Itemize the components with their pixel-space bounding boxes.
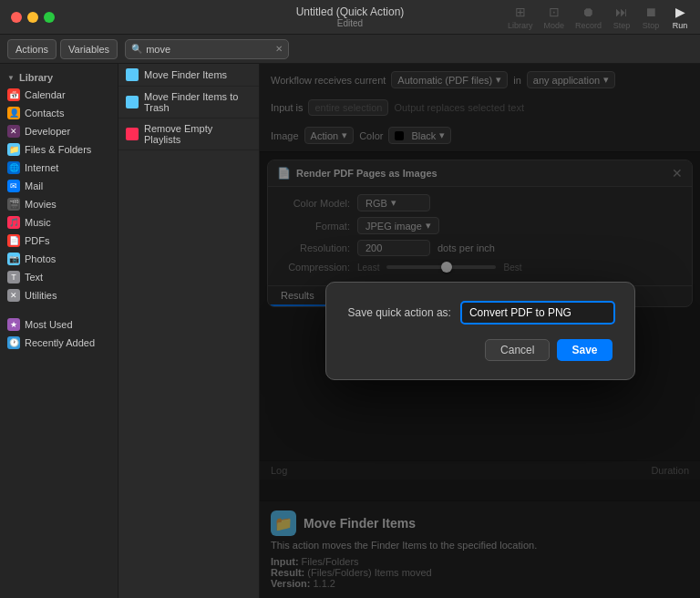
finder-icon — [126, 68, 139, 81]
sidebar-item-recently-added[interactable]: 🕐 Recently Added — [0, 334, 118, 352]
workflow-panel: Workflow receives current Automatic (PDF… — [260, 64, 700, 598]
main-layout: ▼ Library 📅 Calendar 👤 Contacts ✕ Develo… — [0, 64, 700, 598]
contacts-icon: 👤 — [7, 107, 20, 119]
maximize-button[interactable] — [44, 12, 55, 23]
calendar-icon: 📅 — [7, 88, 20, 101]
sidebar-item-internet[interactable]: 🌐 Internet — [0, 159, 118, 177]
mode-icon: ⊡ — [545, 5, 563, 19]
result-item-remove-playlists[interactable]: Remove Empty Playlists — [118, 119, 259, 150]
sidebar-section: ▼ Library 📅 Calendar 👤 Contacts ✕ Develo… — [0, 64, 118, 310]
step-button[interactable]: ⏭ Step — [612, 5, 631, 30]
save-dialog-buttons: Cancel Save — [348, 339, 612, 361]
result-item-move-finder[interactable]: Move Finder Items — [118, 64, 259, 87]
text-icon: T — [7, 271, 20, 284]
sidebar-item-calendar[interactable]: 📅 Calendar — [0, 86, 118, 104]
actions-button[interactable]: Actions — [7, 39, 57, 59]
movies-icon: 🎬 — [7, 198, 20, 211]
internet-icon: 🌐 — [7, 161, 20, 174]
mode-button[interactable]: ⊡ Mode — [543, 5, 564, 30]
traffic-lights — [11, 12, 55, 23]
save-dialog: Save quick action as: Cancel Save — [325, 282, 635, 380]
action-bar: Actions Variables 🔍 move ✕ — [0, 35, 700, 64]
variables-button[interactable]: Variables — [60, 39, 118, 59]
search-clear-icon[interactable]: ✕ — [275, 44, 283, 54]
stop-icon: ⏹ — [642, 5, 660, 19]
sidebar-item-mail[interactable]: ✉ Mail — [0, 177, 118, 195]
sidebar-item-most-used[interactable]: ★ Most Used — [0, 315, 118, 334]
search-results-panel: Move Finder Items Move Finder Items to T… — [118, 64, 260, 598]
photos-icon: 📷 — [7, 253, 20, 265]
most-used-icon: ★ — [7, 318, 20, 331]
close-button[interactable] — [11, 12, 22, 23]
music-icon: 🎵 — [7, 216, 20, 229]
record-icon: ⏺ — [579, 5, 597, 19]
sidebar-item-music[interactable]: 🎵 Music — [0, 213, 118, 232]
sidebar-item-movies[interactable]: 🎬 Movies — [0, 195, 118, 213]
mail-icon: ✉ — [7, 180, 20, 192]
step-icon: ⏭ — [612, 5, 631, 19]
pdfs-icon: 📄 — [7, 234, 20, 247]
toolbar-right: ⊞ Library ⊡ Mode ⏺ Record ⏭ Step ⏹ Stop … — [508, 5, 689, 30]
sidebar-section-special: ★ Most Used 🕐 Recently Added — [0, 310, 118, 357]
cancel-button[interactable]: Cancel — [485, 339, 550, 361]
sidebar-item-files[interactable]: 📁 Files & Folders — [0, 140, 118, 159]
search-input[interactable]: move — [146, 44, 275, 55]
files-icon: 📁 — [7, 143, 20, 156]
run-icon: ▶ — [671, 5, 689, 19]
sidebar-item-utilities[interactable]: ✕ Utilities — [0, 286, 118, 304]
save-dialog-label: Save quick action as: — [348, 306, 451, 319]
stop-button[interactable]: ⏹ Stop — [642, 5, 660, 30]
search-container: 🔍 move ✕ — [125, 39, 289, 59]
title-bar: Untitled (Quick Action) Edited ⊞ Library… — [0, 0, 700, 35]
library-button[interactable]: ⊞ Library — [508, 5, 533, 30]
search-icon: 🔍 — [131, 44, 142, 54]
music-playlist-icon — [126, 128, 139, 140]
save-dialog-row: Save quick action as: — [348, 301, 612, 325]
finder-trash-icon — [126, 96, 139, 108]
save-button[interactable]: Save — [557, 339, 612, 361]
sidebar-item-developer[interactable]: ✕ Developer — [0, 122, 118, 140]
modal-overlay: Save quick action as: Cancel Save — [260, 64, 700, 598]
sidebar-item-pdfs[interactable]: 📄 PDFs — [0, 232, 118, 250]
sidebar: ▼ Library 📅 Calendar 👤 Contacts ✕ Develo… — [0, 64, 118, 598]
developer-icon: ✕ — [7, 125, 20, 138]
library-icon: ⊞ — [511, 5, 530, 19]
sidebar-item-contacts[interactable]: 👤 Contacts — [0, 104, 118, 122]
sidebar-item-photos[interactable]: 📷 Photos — [0, 250, 118, 268]
record-button[interactable]: ⏺ Record — [575, 5, 602, 30]
result-item-move-finder-trash[interactable]: Move Finder Items to Trash — [118, 87, 259, 119]
sidebar-section-header[interactable]: ▼ Library — [0, 69, 118, 86]
sidebar-item-text[interactable]: T Text — [0, 268, 118, 286]
utilities-icon: ✕ — [7, 289, 20, 302]
window-title: Untitled (Quick Action) Edited — [296, 5, 405, 28]
run-button[interactable]: ▶ Run — [671, 5, 689, 30]
recently-added-icon: 🕐 — [7, 336, 20, 349]
chevron-down-icon: ▼ — [7, 74, 15, 82]
save-dialog-input[interactable] — [460, 301, 615, 325]
minimize-button[interactable] — [27, 12, 38, 23]
